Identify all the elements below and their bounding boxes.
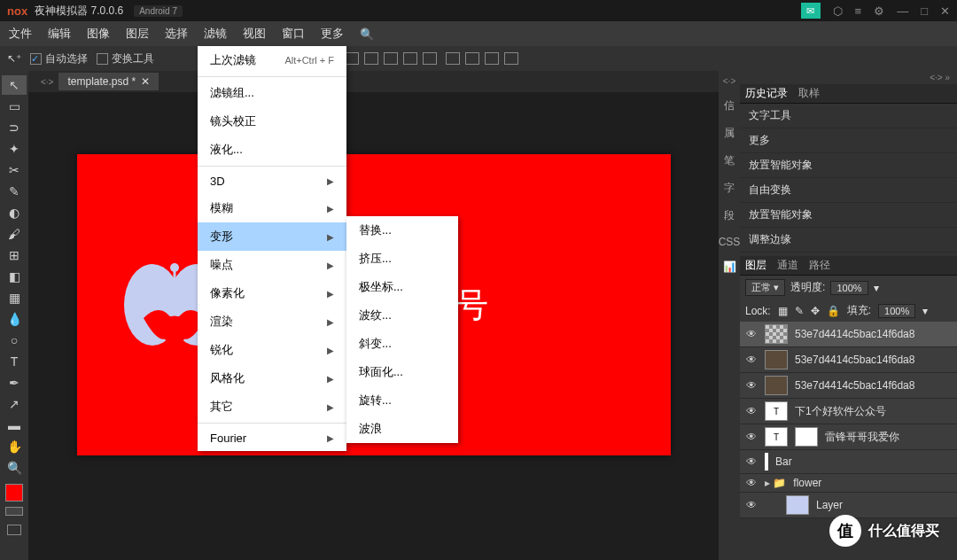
filter-menu-item[interactable]: 其它▶ bbox=[198, 393, 346, 421]
visibility-icon[interactable]: 👁 bbox=[745, 405, 758, 417]
dropdown-arrow-icon[interactable]: ▾ bbox=[874, 282, 879, 294]
history-item[interactable]: 文字工具 bbox=[740, 104, 957, 128]
tab-left-arrow[interactable]: <·> bbox=[35, 77, 58, 87]
filter-menu-item[interactable]: 模糊▶ bbox=[198, 194, 346, 222]
notify-icon[interactable]: ✉ bbox=[801, 3, 821, 19]
toggle-icon[interactable] bbox=[5, 507, 23, 516]
chart-icon[interactable]: 📊 bbox=[723, 261, 736, 273]
blur-tool[interactable]: 💧 bbox=[2, 309, 27, 329]
lock-pixels-icon[interactable]: ▦ bbox=[778, 305, 788, 317]
lock-move-icon[interactable]: ✥ bbox=[811, 305, 820, 317]
strip-item[interactable]: 信 bbox=[724, 98, 735, 113]
path-tool[interactable]: ↗ bbox=[2, 394, 27, 414]
menu-filter[interactable]: 滤镜 bbox=[204, 26, 227, 42]
quickmask-icon[interactable] bbox=[7, 525, 21, 535]
stamp-tool[interactable]: ⊞ bbox=[2, 245, 27, 265]
opacity-input[interactable]: 100% bbox=[830, 281, 868, 295]
visibility-icon[interactable]: 👁 bbox=[745, 379, 758, 392]
layer-row[interactable]: 👁▸ 📁flower bbox=[740, 474, 957, 493]
auto-select-checkbox[interactable]: 自动选择 bbox=[30, 51, 88, 66]
tab-channels[interactable]: 通道 bbox=[777, 258, 798, 273]
align-icon[interactable] bbox=[384, 52, 398, 65]
gear-icon[interactable]: ⚙ bbox=[874, 4, 884, 18]
transform-tool-checkbox[interactable]: 变换工具 bbox=[97, 51, 154, 66]
filter-menu-item[interactable]: 镜头校正 bbox=[198, 107, 346, 136]
hamburger-icon[interactable]: ≡ bbox=[855, 4, 862, 18]
distort-menu-item[interactable]: 波浪 bbox=[346, 415, 458, 443]
menu-file[interactable]: 文件 bbox=[9, 26, 32, 42]
distort-menu-item[interactable]: 旋转... bbox=[346, 386, 458, 415]
wand-tool[interactable]: ✦ bbox=[2, 139, 27, 159]
layer-row[interactable]: 👁T雷锋哥哥我爱你 bbox=[740, 424, 957, 450]
visibility-icon[interactable]: 👁 bbox=[745, 431, 758, 443]
menu-image[interactable]: 图像 bbox=[87, 26, 110, 42]
type-tool[interactable]: T bbox=[2, 352, 27, 371]
align-icon[interactable] bbox=[403, 52, 417, 65]
zoom-tool[interactable]: 🔍 bbox=[2, 458, 27, 478]
history-item[interactable]: 放置智能对象 bbox=[740, 203, 957, 228]
filter-menu-item[interactable]: 变形▶ bbox=[198, 222, 346, 251]
visibility-icon[interactable]: 👁 bbox=[745, 328, 758, 340]
tab-history[interactable]: 历史记录 bbox=[745, 86, 788, 101]
align-icon[interactable] bbox=[423, 52, 437, 65]
lasso-tool[interactable]: ⊃ bbox=[2, 118, 27, 137]
strip-item[interactable]: CSS bbox=[719, 236, 741, 248]
distort-menu-item[interactable]: 球面化... bbox=[346, 358, 458, 386]
fg-color-swatch[interactable] bbox=[5, 484, 23, 502]
layer-row[interactable]: 👁53e7d4414c5bac14f6da8 bbox=[740, 373, 957, 399]
menu-more[interactable]: 更多 bbox=[321, 26, 344, 42]
visibility-icon[interactable]: 👁 bbox=[745, 499, 758, 511]
document-tab[interactable]: template.psd * ✕ bbox=[58, 73, 159, 90]
filter-menu-item[interactable]: 滤镜组... bbox=[198, 79, 346, 107]
eyedropper-tool[interactable]: ✎ bbox=[2, 182, 27, 201]
visibility-icon[interactable]: 👁 bbox=[745, 455, 758, 468]
layer-row[interactable]: 👁53e7d4414c5bac14f6da8 bbox=[740, 322, 957, 347]
brush-tool[interactable]: 🖌 bbox=[2, 224, 27, 244]
filter-menu-item[interactable]: 液化... bbox=[198, 136, 346, 164]
filter-menu-item[interactable]: 风格化▶ bbox=[198, 364, 346, 393]
menu-select[interactable]: 选择 bbox=[165, 26, 188, 42]
search-icon[interactable]: 🔍 bbox=[360, 27, 374, 41]
panel-collapse[interactable]: <·> » bbox=[740, 71, 957, 84]
menu-view[interactable]: 视图 bbox=[243, 26, 266, 42]
heal-tool[interactable]: ◐ bbox=[2, 203, 27, 222]
filter-menu-item[interactable]: Fourier▶ bbox=[198, 425, 346, 451]
blend-mode-select[interactable]: 正常 ▾ bbox=[745, 279, 785, 296]
strip-item[interactable]: 属 bbox=[724, 126, 735, 141]
strip-item[interactable]: 字 bbox=[724, 181, 735, 196]
layer-row[interactable]: 👁Bar bbox=[740, 450, 957, 474]
distribute-icon[interactable] bbox=[485, 52, 499, 65]
menu-layer[interactable]: 图层 bbox=[126, 26, 149, 42]
tab-sample[interactable]: 取样 bbox=[798, 86, 820, 101]
eraser-tool[interactable]: ◧ bbox=[2, 267, 27, 286]
distribute-icon[interactable] bbox=[446, 52, 460, 65]
dodge-tool[interactable]: ○ bbox=[2, 331, 27, 350]
filter-menu-item[interactable]: 锐化▶ bbox=[198, 336, 346, 364]
align-icon[interactable] bbox=[345, 52, 359, 65]
dropdown-arrow-icon[interactable]: ▾ bbox=[922, 305, 928, 317]
distort-menu-item[interactable]: 波纹... bbox=[346, 301, 458, 330]
filter-menu-item[interactable]: 像素化▶ bbox=[198, 279, 346, 307]
distribute-icon[interactable] bbox=[504, 52, 518, 65]
distribute-icon[interactable] bbox=[465, 52, 479, 65]
align-icon[interactable] bbox=[364, 52, 378, 65]
lock-all-icon[interactable]: 🔒 bbox=[827, 305, 840, 317]
distort-menu-item[interactable]: 斜变... bbox=[346, 330, 458, 358]
strip-item[interactable]: 笔 bbox=[724, 153, 735, 168]
distort-menu-item[interactable]: 挤压... bbox=[346, 245, 458, 273]
menu-edit[interactable]: 编辑 bbox=[48, 26, 71, 42]
layer-row[interactable]: 👁53e7d4414c5bac14f6da8 bbox=[740, 347, 957, 373]
maximize-button[interactable]: □ bbox=[921, 4, 928, 18]
strip-arrow[interactable]: <·> bbox=[718, 76, 741, 86]
filter-menu-item[interactable]: 3D▶ bbox=[198, 168, 346, 194]
minimize-button[interactable]: — bbox=[897, 4, 908, 18]
shape-tool[interactable]: ▬ bbox=[2, 416, 27, 435]
move-tool-icon[interactable]: ↖⁺ bbox=[7, 52, 21, 65]
lock-brush-icon[interactable]: ✎ bbox=[795, 305, 804, 317]
distort-menu-item[interactable]: 替换... bbox=[346, 216, 458, 245]
close-button[interactable]: ✕ bbox=[940, 4, 950, 18]
distort-menu-item[interactable]: 极坐标... bbox=[346, 273, 458, 301]
crop-tool[interactable]: ✂ bbox=[2, 160, 27, 180]
history-item[interactable]: 放置智能对象 bbox=[740, 153, 957, 178]
hexagon-icon[interactable]: ⬡ bbox=[833, 4, 843, 18]
